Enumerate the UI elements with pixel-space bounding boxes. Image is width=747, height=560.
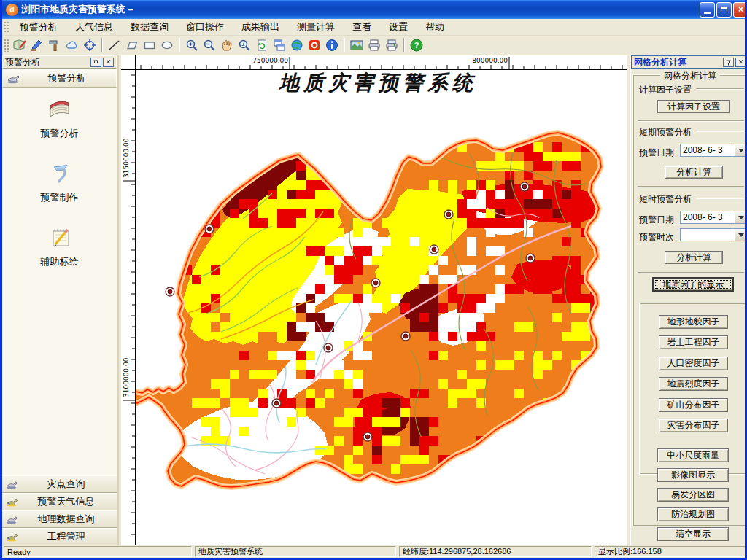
app-icon: d bbox=[6, 4, 18, 16]
polygon-button[interactable] bbox=[123, 36, 141, 54]
menu-item-2[interactable]: 数据查询 bbox=[122, 18, 177, 36]
tool-item-label: 辅助标绘 bbox=[41, 255, 79, 268]
menubar-grip[interactable] bbox=[4, 21, 9, 33]
factor-button-3[interactable]: 地震烈度因子 bbox=[659, 377, 728, 391]
status-coordinates: 经纬度:114.296875,28.162686 bbox=[399, 546, 592, 557]
menu-item-4[interactable]: 成果输出 bbox=[233, 18, 288, 36]
info-button[interactable] bbox=[323, 36, 341, 54]
short-time-run-button[interactable]: 分析计算 bbox=[665, 251, 723, 264]
menu-item-6[interactable]: 查看 bbox=[344, 18, 380, 36]
zoom-out-button[interactable] bbox=[201, 36, 218, 54]
display-button-0[interactable]: 中小尺度雨量 bbox=[657, 448, 729, 462]
left-panel-pin-button[interactable] bbox=[90, 58, 101, 67]
map-edit-icon bbox=[12, 38, 27, 52]
short-term-date-combobox[interactable]: 2008- 6- 3 bbox=[680, 144, 747, 157]
menu-item-0[interactable]: 预警分析 bbox=[11, 18, 66, 36]
factor-button-0[interactable]: 地形地貌因子 bbox=[659, 315, 728, 329]
line-button[interactable] bbox=[106, 36, 123, 54]
divider bbox=[696, 88, 744, 90]
restore-button[interactable] bbox=[716, 2, 732, 18]
zoom-extent-button[interactable]: ± bbox=[236, 36, 253, 54]
geology-factor-display-button[interactable]: 地质因子的显示 bbox=[652, 277, 734, 292]
town-marker bbox=[430, 245, 438, 254]
map-canvas[interactable]: 地质灾害预警系统 bbox=[136, 70, 627, 545]
display-button-1[interactable]: 影像图显示 bbox=[657, 468, 729, 482]
section-bar-label: 地理数据查询 bbox=[18, 513, 114, 526]
short-time-date-label: 预警日期 bbox=[639, 214, 674, 226]
factor-button-2[interactable]: 人口密度因子 bbox=[659, 357, 728, 370]
section-bar-1[interactable]: 预警天气信息 bbox=[2, 493, 117, 510]
rectangle-button[interactable] bbox=[141, 36, 158, 54]
svg-text:±: ± bbox=[241, 41, 245, 47]
menu-item-3[interactable]: 窗口操作 bbox=[177, 18, 233, 36]
divider bbox=[696, 198, 744, 199]
tool-item-0[interactable]: 预警分析 bbox=[41, 96, 79, 140]
toolbar-grip[interactable] bbox=[4, 39, 9, 52]
section-bar-0[interactable]: 灾点查询 bbox=[2, 475, 117, 493]
menu-item-5[interactable]: 测量计算 bbox=[288, 18, 344, 36]
divider bbox=[638, 272, 744, 273]
print-button[interactable] bbox=[365, 36, 383, 54]
menu-item-7[interactable]: 设置 bbox=[380, 18, 417, 36]
locate-button[interactable] bbox=[81, 36, 98, 54]
help-icon: ? bbox=[409, 38, 424, 52]
globe-icon bbox=[290, 38, 304, 52]
right-panel-pin-button[interactable] bbox=[723, 58, 734, 67]
grid-analysis-panel: 网格分析计算 ✕ 网格分析计算 计算因子设置 计算因子设置 短期预警分析 预警日… bbox=[630, 55, 747, 545]
image-icon bbox=[349, 38, 364, 52]
short-time-date-combobox[interactable]: 2008- 6- 3 bbox=[680, 211, 747, 224]
display-button-2[interactable]: 易发分区图 bbox=[657, 488, 729, 502]
display-button-4[interactable]: 清空显示 bbox=[657, 527, 729, 541]
help-button[interactable]: ? bbox=[408, 36, 425, 54]
right-panel-close-button[interactable]: ✕ bbox=[735, 58, 746, 67]
windows-button[interactable] bbox=[271, 36, 288, 54]
svg-text:?: ? bbox=[414, 41, 419, 50]
paint-button[interactable] bbox=[28, 36, 46, 54]
factor-settings-label: 计算因子设置 bbox=[639, 84, 694, 96]
windows-icon bbox=[272, 38, 287, 52]
refresh-button[interactable] bbox=[253, 36, 271, 54]
left-panel-section-bars: 灾点查询预警天气信息地理数据查询工程管理 bbox=[2, 475, 117, 545]
section-bar-3[interactable]: 工程管理 bbox=[2, 528, 117, 545]
toolbar-separator bbox=[101, 38, 103, 52]
left-panel-header[interactable]: 预警分析 bbox=[2, 69, 117, 88]
factor-button-1[interactable]: 岩土工程因子 bbox=[659, 335, 728, 349]
image-button[interactable] bbox=[348, 36, 365, 54]
close-button[interactable]: × bbox=[733, 2, 747, 18]
zoom-in-button[interactable] bbox=[183, 36, 201, 54]
factor-settings-button[interactable]: 计算因子设置 bbox=[657, 100, 730, 113]
short-time-period-combobox[interactable] bbox=[680, 228, 747, 241]
pan-icon bbox=[220, 38, 234, 52]
tool-item-1[interactable]: 预警制作 bbox=[41, 160, 79, 204]
left-panel-close-button[interactable]: ✕ bbox=[103, 58, 114, 67]
factor-button-5[interactable]: 灾害分布因子 bbox=[659, 419, 728, 432]
minimize-button[interactable] bbox=[700, 2, 715, 18]
minimize-icon bbox=[704, 12, 711, 14]
menu-item-1[interactable]: 天气信息 bbox=[66, 18, 122, 36]
section-bar-2[interactable]: 地理数据查询 bbox=[2, 510, 117, 528]
chevron-down-icon[interactable] bbox=[735, 229, 746, 241]
left-panel-header-label: 预警分析 bbox=[20, 71, 113, 85]
map-document: 750000.00800000.00 3150000.003100000.00 … bbox=[121, 55, 627, 545]
factor-button-4[interactable]: 矿山分布因子 bbox=[659, 398, 728, 412]
polygon-icon bbox=[125, 38, 139, 52]
print-color-button[interactable] bbox=[383, 36, 400, 54]
chevron-down-icon[interactable] bbox=[735, 144, 746, 156]
short-term-run-button[interactable]: 分析计算 bbox=[665, 166, 723, 179]
menu-item-8[interactable]: 帮助 bbox=[417, 18, 453, 36]
stop-button[interactable] bbox=[306, 36, 323, 54]
display-button-3[interactable]: 防治规划图 bbox=[657, 508, 729, 521]
ellipse-button[interactable] bbox=[158, 36, 176, 54]
vertical-ruler: 3150000.003100000.00 bbox=[121, 70, 136, 545]
globe-button[interactable] bbox=[288, 36, 306, 54]
town-marker bbox=[363, 432, 372, 441]
app-window: d 浏阳市地质灾害预警系统 – × 预警分析天气信息数据查询窗口操作成果输出测量… bbox=[0, 0, 747, 560]
toolbar-separator bbox=[403, 38, 405, 52]
status-ready: Ready bbox=[4, 546, 192, 557]
map-edit-button[interactable] bbox=[11, 36, 28, 54]
chevron-down-icon[interactable] bbox=[735, 211, 746, 223]
cloud-button[interactable] bbox=[63, 36, 81, 54]
pan-button[interactable] bbox=[218, 36, 236, 54]
tool-item-2[interactable]: 辅助标绘 bbox=[41, 225, 79, 268]
hammer-button[interactable] bbox=[46, 36, 63, 54]
